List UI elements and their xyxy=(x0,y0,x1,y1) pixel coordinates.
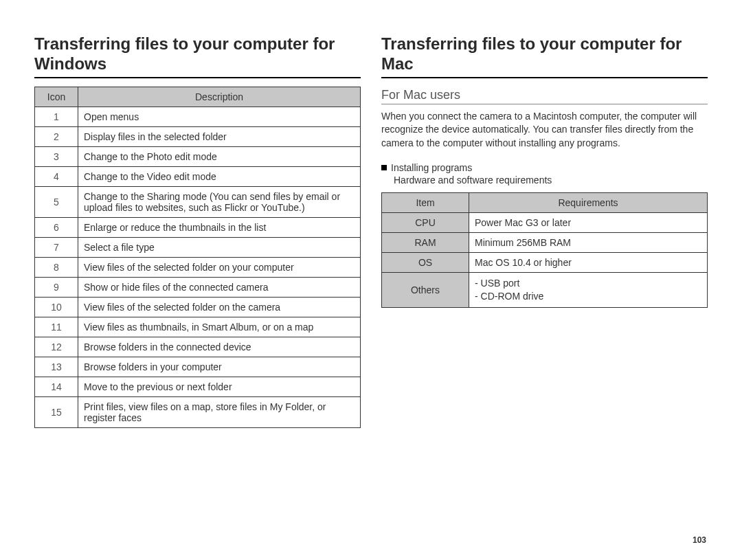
page-number: 103 xyxy=(693,535,706,545)
icon-number-cell: 6 xyxy=(35,217,78,237)
icon-description-cell: Browse folders in the connected device xyxy=(78,337,361,357)
table-row: 12Browse folders in the connected device xyxy=(35,337,361,357)
icon-number-cell: 8 xyxy=(35,257,78,277)
icon-number-cell: 5 xyxy=(35,186,78,217)
requirement-value-cell: Minimum 256MB RAM xyxy=(469,233,708,253)
requirement-value-cell: Mac OS 10.4 or higher xyxy=(469,253,708,273)
requirement-item-cell: OS xyxy=(382,253,469,273)
table-row: 5Change to the Sharing mode (You can sen… xyxy=(35,186,361,217)
requirement-item-cell: RAM xyxy=(382,233,469,253)
icon-description-cell: Select a file type xyxy=(78,237,361,257)
table-row: RAMMinimum 256MB RAM xyxy=(382,233,708,253)
icon-number-cell: 1 xyxy=(35,107,78,126)
bullet-text: Installing programs xyxy=(391,162,472,173)
table-row: CPUPower Mac G3 or later xyxy=(382,213,708,233)
table-row: 4Change to the Video edit mode xyxy=(35,166,361,186)
icon-description-cell: View files of the selected folder on the… xyxy=(78,297,361,317)
icon-number-cell: 15 xyxy=(35,396,78,427)
icon-number-cell: 13 xyxy=(35,357,78,377)
table-row: OSMac OS 10.4 or higher xyxy=(382,253,708,273)
icon-description-cell: Enlarge or reduce the thumbnails in the … xyxy=(78,217,361,237)
bullet-installing-programs: Installing programs xyxy=(381,162,708,173)
icon-description-cell: Change to the Photo edit mode xyxy=(78,146,361,166)
icon-number-cell: 7 xyxy=(35,237,78,257)
icon-number-cell: 9 xyxy=(35,277,78,297)
table-row: 15Print files, view files on a map, stor… xyxy=(35,396,361,427)
icon-number-cell: 2 xyxy=(35,126,78,146)
table-row: 11View files as thumbnails, in Smart Alb… xyxy=(35,317,361,337)
table-row: Others- USB port- CD-ROM drive xyxy=(382,273,708,308)
icon-description-cell: View files of the selected folder on you… xyxy=(78,257,361,277)
table-row: 9Show or hide files of the connected cam… xyxy=(35,277,361,297)
table-row: 8View files of the selected folder on yo… xyxy=(35,257,361,277)
heading-mac: Transferring files to your computer for … xyxy=(381,34,708,78)
icon-description-cell: Browse folders in your computer xyxy=(78,357,361,377)
icon-number-cell: 14 xyxy=(35,377,78,396)
icon-number-cell: 12 xyxy=(35,337,78,357)
requirement-item-cell: Others xyxy=(382,273,469,308)
square-bullet-icon xyxy=(381,165,387,170)
icon-description-cell: Change to the Sharing mode (You can send… xyxy=(78,186,361,217)
icon-description-cell: Open menus xyxy=(78,107,361,126)
icon-description-cell: Display files in the selected folder xyxy=(78,126,361,146)
requirement-item-cell: CPU xyxy=(382,213,469,233)
table-row: 13Browse folders in your computer xyxy=(35,357,361,377)
table-row: 14Move to the previous or next folder xyxy=(35,377,361,396)
table-row: 10View files of the selected folder on t… xyxy=(35,297,361,317)
icon-number-cell: 4 xyxy=(35,166,78,186)
icon-description-cell: View files as thumbnails, in Smart Album… xyxy=(78,317,361,337)
icon-description-table: Icon Description 1Open menus2Display fil… xyxy=(34,87,361,428)
icon-number-cell: 11 xyxy=(35,317,78,337)
hw-sw-requirements-label: Hardware and software requirements xyxy=(394,175,708,186)
icon-description-cell: Change to the Video edit mode xyxy=(78,166,361,186)
col-header-requirements: Requirements xyxy=(469,193,708,213)
left-column: Transferring files to your computer for … xyxy=(34,34,361,428)
table-row: 3Change to the Photo edit mode xyxy=(35,146,361,166)
table-row: 1Open menus xyxy=(35,107,361,126)
table-row: 2Display files in the selected folder xyxy=(35,126,361,146)
right-column: Transferring files to your computer for … xyxy=(381,34,708,428)
heading-windows: Transferring files to your computer for … xyxy=(34,34,361,78)
icon-description-cell: Move to the previous or next folder xyxy=(78,377,361,396)
requirement-value-cell: - USB port- CD-ROM drive xyxy=(469,273,708,308)
icon-description-cell: Print files, view files on a map, store … xyxy=(78,396,361,427)
icon-description-cell: Show or hide files of the connected came… xyxy=(78,277,361,297)
mac-paragraph: When you connect the camera to a Macinto… xyxy=(381,110,708,150)
col-header-icon: Icon xyxy=(35,87,78,107)
col-header-description: Description xyxy=(78,87,361,107)
requirements-table: Item Requirements CPUPower Mac G3 or lat… xyxy=(381,192,708,308)
col-header-item: Item xyxy=(382,193,469,213)
icon-number-cell: 3 xyxy=(35,146,78,166)
subheading-mac-users: For Mac users xyxy=(381,88,708,104)
icon-number-cell: 10 xyxy=(35,297,78,317)
table-row: 6Enlarge or reduce the thumbnails in the… xyxy=(35,217,361,237)
requirement-value-cell: Power Mac G3 or later xyxy=(469,213,708,233)
table-row: 7Select a file type xyxy=(35,237,361,257)
